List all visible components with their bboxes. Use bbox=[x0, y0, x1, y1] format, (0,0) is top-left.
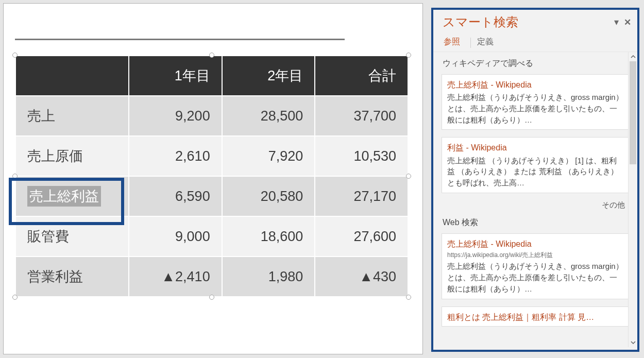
pane-close-button[interactable]: ✕ bbox=[624, 17, 631, 28]
resize-handle-bl[interactable] bbox=[12, 295, 18, 300]
result-title: 売上総利益 - Wikipedia bbox=[447, 238, 623, 250]
result-title: 粗利とは 売上総利益｜粗利率 計算 見… bbox=[447, 311, 623, 323]
cell[interactable]: 18,600 bbox=[222, 216, 315, 257]
row-label[interactable]: 売上 bbox=[15, 96, 129, 136]
cell[interactable]: 37,700 bbox=[315, 96, 408, 136]
resize-handle-mr[interactable] bbox=[406, 174, 411, 179]
scroll-down-button[interactable] bbox=[629, 338, 637, 347]
tab-definition[interactable]: 定義 bbox=[476, 33, 502, 52]
tab-reference[interactable]: 参照 bbox=[443, 33, 468, 52]
section-wikipedia-label: ウィキペディアで調べる bbox=[443, 58, 634, 69]
cell[interactable]: 9,200 bbox=[129, 96, 222, 136]
pane-body: ウィキペディアで調べる 売上総利益 - Wikipedia 売上総利益（うりあげ… bbox=[433, 52, 637, 347]
selected-text[interactable]: 売上総利益 bbox=[27, 186, 101, 207]
cell[interactable]: 9,000 bbox=[129, 216, 222, 257]
result-title: 売上総利益 - Wikipedia bbox=[447, 79, 623, 91]
col-header[interactable] bbox=[15, 56, 129, 96]
table-header-row: 1年目 2年目 合計 bbox=[15, 56, 408, 96]
pane-header: スマート検索 ▾ ✕ bbox=[433, 10, 637, 33]
wiki-result[interactable]: 利益 - Wikipedia 売上総利益 （うりあげそうりえき） [1] は、粗… bbox=[442, 137, 629, 193]
col-header[interactable]: 1年目 bbox=[129, 56, 222, 96]
smart-lookup-pane: スマート検索 ▾ ✕ 参照 定義 ウィキペディアで調べる 売上総利益 - Wik… bbox=[431, 8, 639, 352]
cell[interactable]: 28,500 bbox=[222, 96, 315, 136]
section-web-label: Web 検索 bbox=[443, 217, 634, 228]
resize-handle-tr[interactable] bbox=[406, 53, 411, 58]
result-snippet: 売上総利益（うりあげそうりえき、gross margin）とは、売上高から売上原… bbox=[447, 261, 623, 294]
financial-table[interactable]: 1年目 2年目 合計 売上 9,200 28,500 37,700 売上原価 2… bbox=[15, 55, 409, 297]
table-row[interactable]: 営業利益 ▲2,410 1,980 ▲430 bbox=[15, 257, 408, 297]
table-row[interactable]: 売上総利益 6,590 20,580 27,170 bbox=[15, 176, 408, 216]
cell[interactable]: 1,980 bbox=[222, 257, 315, 297]
horizontal-rule bbox=[15, 39, 345, 40]
col-header[interactable]: 合計 bbox=[315, 56, 408, 96]
cell[interactable]: 7,920 bbox=[222, 136, 315, 176]
resize-handle-bm[interactable] bbox=[209, 295, 214, 300]
cell[interactable]: 6,590 bbox=[129, 176, 222, 216]
cell[interactable]: ▲430 bbox=[315, 257, 408, 297]
slide: 1年目 2年目 合計 売上 9,200 28,500 37,700 売上原価 2… bbox=[3, 3, 423, 354]
cell[interactable]: 27,600 bbox=[315, 216, 408, 257]
row-label[interactable]: 営業利益 bbox=[15, 257, 129, 297]
resize-handle-tl[interactable] bbox=[12, 53, 18, 58]
resize-handle-tm[interactable] bbox=[209, 53, 214, 58]
cell[interactable]: 27,170 bbox=[315, 176, 408, 216]
scroll-track[interactable] bbox=[629, 61, 637, 338]
web-result[interactable]: 売上総利益 - Wikipedia https://ja.wikipedia.o… bbox=[442, 233, 629, 299]
chevron-down-icon bbox=[631, 340, 636, 345]
wiki-result[interactable]: 売上総利益 - Wikipedia 売上総利益（うりあげそうりえき、gross … bbox=[442, 74, 629, 130]
table-row[interactable]: 売上 9,200 28,500 37,700 bbox=[15, 96, 408, 136]
row-label[interactable]: 販管費 bbox=[15, 216, 129, 257]
table-row[interactable]: 販管費 9,000 18,600 27,600 bbox=[15, 216, 408, 257]
result-title: 利益 - Wikipedia bbox=[447, 142, 623, 154]
pane-menu-button[interactable]: ▾ bbox=[614, 16, 619, 28]
scroll-thumb[interactable] bbox=[630, 61, 636, 164]
row-label-selected[interactable]: 売上総利益 bbox=[15, 176, 129, 216]
table-row[interactable]: 売上原価 2,610 7,920 10,530 bbox=[15, 136, 408, 176]
slide-canvas: 1年目 2年目 合計 売上 9,200 28,500 37,700 売上原価 2… bbox=[0, 0, 429, 358]
tab-divider bbox=[470, 38, 471, 48]
pane-title: スマート検索 bbox=[443, 14, 609, 30]
pane-scrollbar[interactable] bbox=[628, 52, 637, 347]
result-snippet: 売上総利益 （うりあげそうりえき） [1] は、粗利益 （あらりえき） または … bbox=[447, 155, 623, 189]
web-result[interactable]: 粗利とは 売上総利益｜粗利率 計算 見… bbox=[442, 306, 629, 327]
cell[interactable]: 20,580 bbox=[222, 176, 315, 216]
cell[interactable]: 10,530 bbox=[315, 136, 408, 176]
chevron-up-icon bbox=[631, 54, 636, 59]
cell[interactable]: ▲2,410 bbox=[129, 257, 222, 297]
cell[interactable]: 2,610 bbox=[129, 136, 222, 176]
table-selection[interactable]: 1年目 2年目 合計 売上 9,200 28,500 37,700 売上原価 2… bbox=[15, 55, 409, 297]
pane-tabs: 参照 定義 bbox=[433, 33, 637, 52]
result-url: https://ja.wikipedia.org/wiki/売上総利益 bbox=[447, 251, 623, 260]
more-results-link[interactable]: その他 bbox=[442, 200, 625, 210]
scroll-up-button[interactable] bbox=[629, 52, 637, 61]
resize-handle-br[interactable] bbox=[406, 295, 411, 300]
resize-handle-ml[interactable] bbox=[12, 174, 18, 179]
col-header[interactable]: 2年目 bbox=[222, 56, 315, 96]
result-snippet: 売上総利益（うりあげそうりえき、gross margin）とは、売上高から売上原… bbox=[447, 92, 623, 125]
row-label[interactable]: 売上原価 bbox=[15, 136, 129, 176]
